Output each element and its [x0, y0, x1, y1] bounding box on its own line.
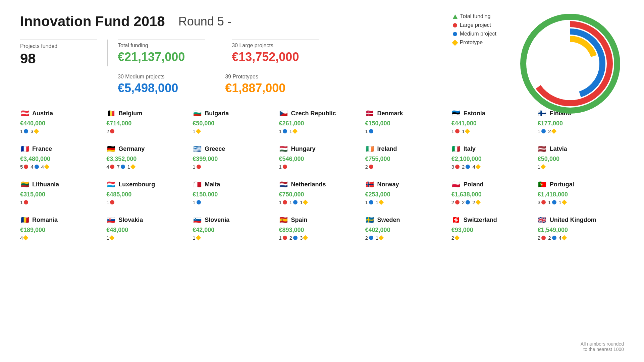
country-name: France	[32, 145, 52, 153]
country-projects: 11	[451, 128, 534, 134]
country-name-row: 🇩🇪Germany	[106, 144, 189, 154]
country-amount: €189,000	[20, 227, 103, 234]
project-count: 3	[300, 235, 303, 241]
country-name-row: 🇵🇱Poland	[451, 180, 534, 189]
country-projects: 224	[538, 235, 621, 241]
country-card: 🇷🇴Romania€189,0004	[20, 215, 106, 241]
blue-dot-icon	[369, 200, 373, 204]
diamond-icon	[475, 200, 481, 205]
note-line1: All numbers rounded	[581, 341, 624, 347]
flag-icon: 🇮🇹	[451, 144, 461, 154]
legend-label-medium: Medium project	[460, 31, 496, 37]
blue-dot-icon	[121, 165, 125, 169]
prototypes-label: 39 Prototypes	[225, 74, 285, 80]
red-dot-icon	[110, 129, 114, 133]
flag-icon: 🇩🇪	[106, 144, 116, 154]
total-funding-label: Total funding	[118, 43, 185, 49]
country-name: Sweden	[377, 217, 400, 224]
flag-icon: 🇨🇿	[279, 109, 288, 118]
flag-icon: 🇷🇴	[20, 215, 30, 225]
project-count: 2	[538, 235, 540, 241]
red-dot-icon	[24, 165, 28, 169]
country-card: 🇸🇪Sweden€402,00021	[365, 215, 451, 241]
country-name-row: 🇭🇺Hungary	[279, 144, 362, 154]
projects-funded-label: Projects funded	[20, 43, 77, 49]
country-card: 🇬🇷Greece€399,0001	[193, 144, 279, 170]
country-projects: 1	[365, 128, 448, 134]
red-dot-icon	[541, 200, 546, 204]
project-count: 4	[41, 164, 44, 170]
country-name-row: 🇳🇴Norway	[365, 180, 448, 189]
red-dot-icon	[369, 165, 373, 169]
diamond-icon	[541, 164, 546, 170]
flag-icon: 🇸🇮	[193, 215, 202, 225]
stats-row-2: 30 Medium projects €5,498,000 39 Prototy…	[118, 71, 319, 95]
country-projects: 12	[538, 128, 621, 134]
stat-total-funding: Total funding €21,137,000	[118, 40, 205, 64]
svg-point-3	[545, 39, 595, 88]
country-card: 🇦🇹Austria€440,00013	[20, 109, 106, 134]
country-card: 🇨🇿Czech Republic€261,00011	[279, 109, 365, 134]
flag-icon: 🇬🇷	[193, 144, 202, 154]
country-name-row: 🇳🇱Netherlands	[279, 180, 362, 189]
diamond-icon	[109, 235, 115, 241]
main-container: Innovation Fund 2018 Round 5 - Total fun…	[0, 0, 644, 362]
project-count: 3	[451, 164, 454, 170]
blue-dot-icon	[552, 200, 556, 204]
country-card: 🇳🇴Norway€253,00011	[365, 180, 451, 205]
red-dot-icon	[541, 236, 546, 240]
country-name: Malta	[205, 181, 220, 188]
flag-icon: 🇪🇪	[451, 109, 461, 118]
blue-dot-icon	[453, 32, 457, 36]
blue-dot-icon	[369, 129, 373, 133]
flag-icon: 🇩🇰	[365, 109, 375, 118]
project-count: 1	[462, 128, 465, 134]
divider1	[107, 40, 108, 66]
project-count: 1	[559, 199, 561, 205]
stat-projects-funded: Projects funded 98	[20, 40, 97, 67]
country-projects: 1	[279, 164, 362, 170]
country-projects: 544	[20, 164, 103, 170]
country-name-row: 🇮🇪Ireland	[365, 144, 448, 154]
project-count: 1	[20, 199, 23, 205]
legend-label-total: Total funding	[460, 13, 491, 19]
country-card: 🇳🇱Netherlands€750,000111	[279, 180, 365, 205]
country-name-row: 🇸🇪Sweden	[365, 215, 448, 225]
flag-icon: 🇱🇻	[538, 144, 547, 154]
project-count: 1	[451, 128, 454, 134]
country-name: Germany	[118, 145, 145, 153]
country-amount: €441,000	[451, 120, 534, 127]
country-name: Lithuania	[32, 181, 59, 188]
project-count: 1	[365, 199, 368, 205]
diamond-icon	[562, 235, 567, 241]
project-count: 4	[559, 235, 561, 241]
country-name: Spain	[291, 217, 307, 224]
country-name: Romania	[32, 217, 58, 224]
project-count: 2	[289, 235, 292, 241]
country-amount: €48,000	[106, 227, 189, 234]
round-label: Round 5 -	[178, 14, 231, 28]
blue-dot-icon	[283, 129, 287, 133]
red-dot-icon	[453, 23, 457, 27]
country-amount: €42,000	[193, 227, 275, 234]
country-name: Estonia	[464, 110, 485, 117]
country-name-row: 🇸🇮Slovenia	[193, 215, 275, 225]
country-amount: €399,000	[193, 156, 275, 163]
project-count: 1	[365, 128, 368, 134]
red-dot-icon	[283, 165, 287, 169]
country-card: 🇭🇺Hungary€546,0001	[279, 144, 365, 170]
country-name-row: 🇪🇸Spain	[279, 215, 362, 225]
blue-dot-icon	[24, 129, 28, 133]
stat-prototypes: 39 Prototypes €1,887,000	[225, 71, 306, 95]
country-name: Slovakia	[118, 217, 143, 224]
donut-svg	[517, 10, 624, 117]
country-name-row: 🇨🇿Czech Republic	[279, 109, 362, 118]
diamond-icon	[23, 235, 29, 241]
blue-dot-icon	[466, 165, 470, 169]
country-amount: €50,000	[193, 120, 275, 127]
country-name: Bulgaria	[205, 110, 229, 117]
project-count: 2	[472, 199, 475, 205]
country-name-row: 🇱🇹Lithuania	[20, 180, 103, 189]
country-card: 🇬🇧United Kingdom€1,549,000224	[538, 215, 624, 241]
project-count: 1	[193, 199, 195, 205]
